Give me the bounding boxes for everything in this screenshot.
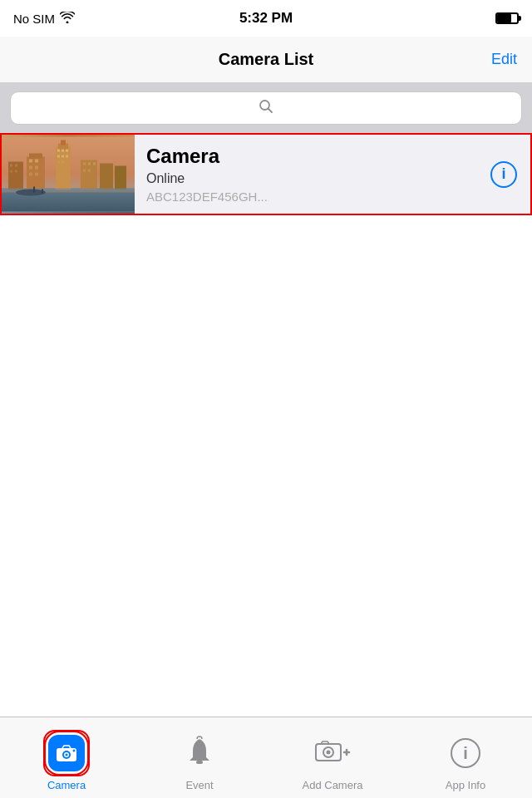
svg-rect-30	[83, 163, 86, 165]
camera-tab-label: Camera	[47, 779, 86, 791]
camera-name: Camera	[146, 145, 479, 168]
app-info-icon: i	[449, 736, 482, 770]
search-bar[interactable]	[10, 91, 522, 125]
nav-bar: Camera List Edit	[0, 37, 532, 83]
svg-rect-17	[29, 154, 42, 159]
svg-point-49	[327, 751, 331, 755]
event-tab-label: Event	[185, 779, 213, 791]
app-info-tab-icon-wrap: i	[443, 731, 488, 776]
camera-info-button[interactable]: i	[490, 161, 530, 188]
app-info-tab-label: App Info	[446, 779, 485, 791]
svg-rect-46	[196, 761, 203, 764]
svg-rect-22	[29, 173, 32, 176]
svg-rect-15	[62, 161, 64, 164]
svg-rect-31	[88, 163, 91, 165]
svg-rect-27	[10, 170, 12, 173]
svg-rect-39	[33, 187, 35, 193]
svg-rect-8	[57, 150, 60, 152]
svg-point-45	[73, 750, 76, 752]
add-camera-icon	[314, 736, 351, 771]
svg-rect-12	[62, 155, 64, 158]
camera-list-item[interactable]: Camera Online ABC123DEF456GH... i	[0, 133, 532, 215]
tab-camera[interactable]: Camera	[0, 717, 133, 798]
bell-icon	[185, 736, 214, 771]
empty-content-area	[0, 215, 532, 722]
svg-rect-10	[66, 150, 68, 152]
svg-rect-34	[88, 170, 91, 172]
svg-text:i: i	[463, 744, 468, 762]
camera-thumbnail	[2, 135, 135, 214]
svg-rect-25	[10, 165, 12, 167]
nav-title: Camera List	[219, 50, 314, 69]
battery-icon	[495, 12, 519, 24]
svg-rect-20	[29, 166, 32, 170]
svg-rect-7	[61, 140, 66, 145]
camera-status: Online	[146, 171, 479, 186]
svg-rect-26	[15, 165, 17, 167]
event-tab-icon-wrap	[177, 731, 222, 776]
svg-line-1	[268, 108, 273, 112]
tab-app-info[interactable]: i App Info	[399, 717, 532, 798]
svg-rect-21	[35, 166, 38, 170]
svg-rect-13	[66, 155, 68, 158]
svg-rect-19	[35, 160, 38, 163]
edit-button[interactable]: Edit	[491, 51, 517, 68]
svg-rect-9	[62, 150, 64, 152]
svg-rect-32	[93, 163, 96, 165]
tab-event[interactable]: Event	[133, 717, 266, 798]
status-bar: No SIM 5:32 PM	[0, 0, 532, 37]
svg-rect-28	[15, 170, 17, 173]
wifi-icon	[60, 12, 75, 26]
add-camera-tab-icon-wrap	[310, 731, 355, 776]
info-icon: i	[490, 161, 517, 188]
svg-point-38	[16, 190, 46, 196]
camera-tab-icon	[48, 735, 85, 771]
svg-rect-14	[57, 161, 60, 164]
tab-add-camera[interactable]: Add Camera	[266, 717, 399, 798]
svg-point-44	[66, 754, 68, 756]
svg-rect-5	[56, 147, 71, 190]
search-bar-container	[0, 83, 532, 133]
svg-rect-35	[100, 164, 113, 190]
tab-bar: Camera Event Add Camera	[0, 717, 532, 798]
camera-id: ABC123DEF456GH...	[146, 190, 479, 204]
search-icon	[259, 99, 273, 118]
time-label: 5:32 PM	[239, 10, 293, 27]
camera-tab-icon-wrap	[44, 731, 89, 776]
svg-rect-23	[35, 173, 38, 176]
svg-rect-11	[57, 155, 60, 158]
camera-list: Camera Online ABC123DEF456GH... i	[0, 133, 532, 215]
svg-rect-40	[42, 190, 43, 194]
svg-rect-33	[83, 170, 86, 172]
svg-rect-36	[115, 166, 126, 190]
carrier-label: No SIM	[13, 12, 55, 26]
camera-info: Camera Online ABC123DEF456GH...	[135, 135, 490, 214]
add-camera-tab-label: Add Camera	[303, 779, 363, 791]
svg-rect-18	[29, 160, 32, 163]
